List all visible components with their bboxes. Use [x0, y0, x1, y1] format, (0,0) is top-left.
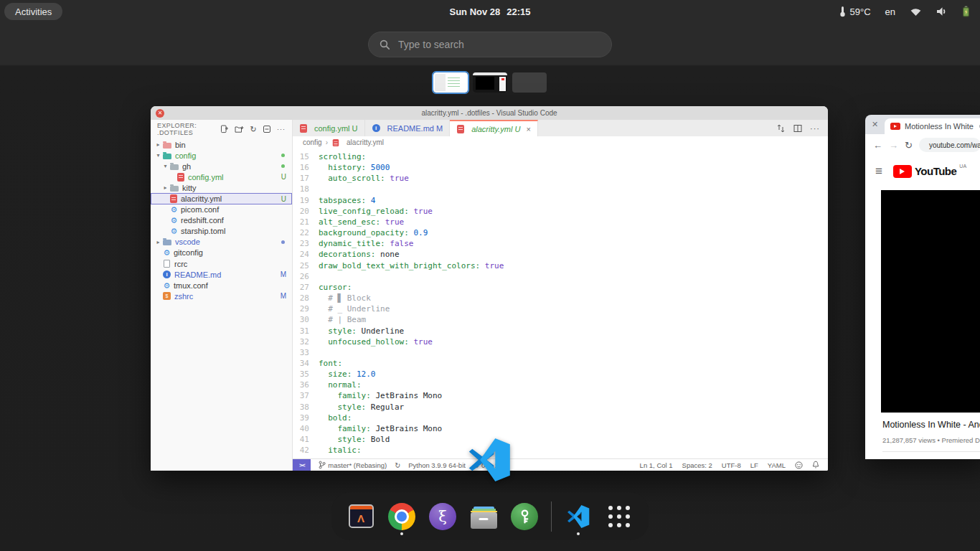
breadcrumb[interactable]: config › alacritty.yml — [293, 136, 828, 149]
status-lf[interactable]: LF — [750, 461, 758, 469]
new-file-icon[interactable] — [220, 125, 229, 133]
code-token: cursor: — [319, 283, 352, 292]
tree-item-readme-md[interactable]: iREADME.mdM — [151, 269, 292, 280]
editor-tab-alacritty-yml[interactable]: alacritty.yml U× — [450, 120, 538, 136]
tree-item-kitty[interactable]: ▸kitty — [151, 182, 292, 193]
workspace-thumbnail-3[interactable] — [512, 72, 547, 93]
url-text: youtube.com/wa — [929, 141, 980, 149]
breadcrumb-folder[interactable]: config — [303, 138, 322, 146]
line-number: 19 — [293, 195, 319, 206]
more-actions-icon[interactable]: ··· — [810, 124, 820, 133]
activities-button[interactable]: Activities — [4, 3, 62, 20]
code-text: # ▋ Block — [319, 293, 371, 303]
youtube-logo[interactable]: YouTube UA — [893, 164, 966, 179]
dock-item-alacritty[interactable]: Λ — [347, 496, 375, 537]
workspace-thumbnail-2[interactable] — [473, 72, 507, 93]
status-branch[interactable]: master* (Rebasing) — [319, 461, 387, 469]
tree-item-bin[interactable]: ▸bin — [151, 139, 292, 150]
system-status-area[interactable]: 59°C en — [839, 0, 970, 23]
code-line: 25draw_bold_text_with_bright_colors: tru… — [293, 260, 828, 271]
dock-item-keepassxc[interactable] — [510, 496, 539, 537]
dock-item-chrome[interactable] — [387, 496, 416, 537]
address-bar[interactable]: youtube.com/wa — [919, 138, 980, 152]
code-token: family: — [319, 391, 375, 400]
code-line: 34font: — [293, 358, 828, 369]
tab-close-icon[interactable]: ✕ — [872, 120, 878, 129]
code-text: family: JetBrains Mono — [319, 423, 442, 434]
tree-item-config[interactable]: ▾config — [151, 150, 292, 161]
chevron-right-icon: ▸ — [161, 184, 169, 191]
tab-close-icon[interactable]: × — [526, 125, 530, 133]
tree-item-gh[interactable]: ▾gh — [151, 161, 292, 171]
breadcrumb-file[interactable]: alacritty.yml — [347, 138, 384, 146]
dock-item-app-grid[interactable] — [605, 496, 633, 537]
status-yaml[interactable]: YAML — [768, 461, 786, 469]
code-token: italic: — [319, 446, 362, 455]
status-utf-8[interactable]: UTF-8 — [722, 461, 741, 469]
code-text: style: Bold — [319, 434, 390, 445]
forward-button[interactable]: → — [889, 140, 898, 151]
file-tree: ▸bin▾config▾ghconfig.ymlU▸kittyalacritty… — [151, 138, 292, 471]
status-spaces-2[interactable]: Spaces: 2 — [682, 461, 712, 469]
clock[interactable]: Sun Nov 28 22:15 — [449, 0, 530, 23]
tree-item-redshift-conf[interactable]: ⚙redshift.conf — [151, 215, 292, 226]
breadcrumb-separator: › — [326, 138, 328, 146]
folder-icon — [163, 154, 171, 159]
status-ln-1-col-1[interactable]: Ln 1, Col 1 — [640, 461, 673, 469]
bell-icon[interactable] — [812, 461, 819, 469]
feedback-icon[interactable] — [795, 461, 803, 469]
gear-file-icon: ⚙ — [169, 205, 179, 214]
chrome-active-tab[interactable]: Motionless In White - A — [885, 118, 980, 134]
split-editor-icon[interactable] — [793, 124, 802, 133]
code-editor[interactable]: 15scrolling:16 history: 500017 auto_scro… — [293, 149, 828, 458]
alacritty-icon: Λ — [349, 504, 374, 528]
tree-item-gitconfig[interactable]: ⚙gitconfig — [151, 248, 292, 258]
open-changes-icon[interactable] — [776, 124, 786, 133]
workspace-thumbnail-1[interactable] — [433, 72, 468, 93]
change-dot — [281, 164, 285, 168]
remote-indicator[interactable]: >< — [293, 459, 311, 471]
tab-label: alacritty.yml U — [471, 125, 520, 133]
chrome-window[interactable]: ✕ Motionless In White - A ← → ↻ youtube.… — [865, 115, 980, 459]
video-player[interactable] — [881, 190, 980, 413]
refresh-explorer-icon[interactable]: ↻ — [250, 125, 257, 134]
dock-item-vscode[interactable] — [564, 496, 593, 537]
code-text: normal: — [319, 380, 362, 390]
tree-item-picom-conf[interactable]: ⚙picom.conf — [151, 204, 292, 215]
collapse-folders-icon[interactable] — [263, 125, 271, 133]
tree-item-tmux-conf[interactable]: ⚙tmux.conf — [151, 280, 292, 291]
tree-item-vscode[interactable]: ▸vscode — [151, 237, 292, 248]
code-token: 12.0 — [357, 369, 376, 379]
vscode-window[interactable]: ✕ alacritty.yml - .dotfiles - Visual Stu… — [151, 106, 828, 471]
window-close-button[interactable]: ✕ — [156, 109, 164, 118]
explorer-header-label: EXPLORER: .DOTFILES — [157, 122, 220, 136]
back-button[interactable]: ← — [873, 140, 882, 151]
tree-item-alacritty-yml[interactable]: alacritty.ymlU — [151, 193, 292, 204]
new-folder-icon[interactable] — [235, 125, 244, 133]
tree-item-zshrc[interactable]: $zshrcM — [151, 291, 292, 301]
video-title: Motionless In White - Anot — [882, 420, 980, 430]
menu-icon[interactable]: ≡ — [875, 164, 882, 179]
editor-tab-config-yml[interactable]: config.yml U — [293, 120, 365, 136]
clock-time: 22:15 — [507, 6, 530, 17]
tree-item-config-yml[interactable]: config.ymlU — [151, 171, 292, 182]
gear-file-icon: ⚙ — [162, 281, 171, 290]
file-label: config — [175, 151, 196, 160]
more-actions-icon[interactable]: ··· — [277, 126, 286, 133]
editor-tab-readme-md[interactable]: iREADME.md M — [365, 120, 451, 136]
reload-button[interactable]: ↻ — [905, 140, 913, 151]
line-number: 34 — [293, 358, 319, 369]
line-number: 22 — [293, 227, 319, 238]
search-bar[interactable]: Type to search — [368, 32, 612, 57]
code-line: 23dynamic_title: false — [293, 238, 828, 249]
status-python-3-9-9-64-bit[interactable]: Python 3.9.9 64-bit — [408, 461, 466, 469]
code-line: 42 italic: — [293, 445, 828, 456]
dock-item-emacs[interactable]: ξ — [428, 496, 457, 537]
file-label: redshift.conf — [181, 216, 224, 225]
code-text: style: Regular — [319, 402, 404, 413]
vscode-title-bar[interactable]: ✕ alacritty.yml - .dotfiles - Visual Stu… — [151, 106, 828, 120]
tree-item-starship-toml[interactable]: ⚙starship.toml — [151, 226, 292, 237]
dock-item-files[interactable] — [469, 496, 498, 537]
sync-icon[interactable]: ↻ — [395, 461, 400, 469]
tree-item-rcrc[interactable]: rcrc — [151, 258, 292, 269]
